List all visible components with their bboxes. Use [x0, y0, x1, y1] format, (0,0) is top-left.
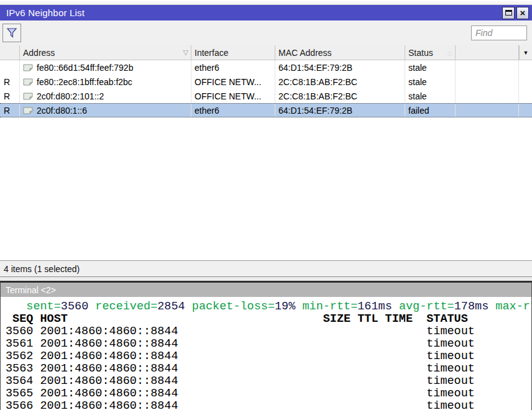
column-header-flags[interactable]: [0, 45, 20, 60]
column-header-mac-address[interactable]: MAC Address: [275, 45, 405, 60]
row-interface: OFFICE NETW...: [191, 75, 275, 89]
terminal-ping-row: 3564 2001:4860:4860::8844 timeout: [6, 375, 531, 388]
row-address: 2c0f:d80:2:101::2: [20, 89, 191, 103]
row-mac-address: 64:D1:54:EF:79:2B: [275, 104, 405, 117]
item-count: 4 items (1 selected): [4, 264, 80, 274]
terminal-window: Terminal <2> sent=3560 received=2854 pac…: [0, 281, 532, 410]
sort-asc-icon: △: [447, 48, 452, 57]
window-divider: [0, 276, 532, 281]
row-flag: R: [0, 104, 20, 117]
column-header-interface[interactable]: Interface: [191, 45, 275, 60]
terminal-output[interactable]: sent=3560 received=2854 packet-loss=19% …: [1, 297, 531, 410]
table-row[interactable]: Rfe80::2ec8:1bff:feab:f2bcOFFICE NETW...…: [0, 75, 532, 89]
filter-button[interactable]: [2, 24, 21, 42]
screen: IPv6 Neighbor List × Address: [0, 0, 532, 410]
row-flag: R: [0, 75, 20, 89]
row-status: failed: [405, 104, 456, 117]
row-mac-address: 2C:C8:1B:AB:F2:BC: [275, 89, 405, 103]
terminal-stats-line: sent=3560 received=2854 packet-loss=19% …: [6, 301, 531, 313]
terminal-ping-row: 3563 2001:4860:4860::8844 timeout: [6, 363, 531, 375]
row-status: stale: [405, 75, 456, 89]
close-icon: ×: [520, 8, 526, 17]
column-header-status[interactable]: Status △: [405, 45, 456, 60]
column-header-empty: [456, 45, 519, 60]
table-row[interactable]: fe80::66d1:54ff:feef:792bether664:D1:54:…: [0, 60, 532, 75]
close-button[interactable]: ×: [516, 7, 529, 19]
table-header: Address ▽ Interface MAC Address Status △…: [0, 45, 532, 60]
ipv6-neighbor-list-window: IPv6 Neighbor List × Address: [0, 5, 532, 276]
row-address: fe80::66d1:54ff:feef:792b: [20, 60, 191, 75]
row-interface: ether6: [191, 104, 275, 117]
column-select-button[interactable]: ▼: [519, 45, 532, 60]
window-title: IPv6 Neighbor List: [6, 7, 85, 18]
terminal-ping-row: 3565 2001:4860:4860::8844 timeout: [6, 388, 531, 400]
toolbar: [0, 20, 532, 45]
terminal-titlebar[interactable]: Terminal <2>: [1, 283, 531, 297]
maximize-button[interactable]: [502, 7, 515, 19]
row-flag: [0, 60, 20, 75]
terminal-rows: 3560 2001:4860:4860::8844 timeout3561 20…: [6, 326, 531, 410]
maximize-icon: [505, 10, 512, 16]
window-titlebar[interactable]: IPv6 Neighbor List ×: [0, 5, 532, 20]
window-controls: ×: [502, 7, 529, 19]
row-mac-address: 2C:C8:1B:AB:F2:BC: [275, 75, 405, 89]
row-flag: R: [0, 89, 20, 103]
row-interface: ether6: [191, 60, 275, 75]
filter-funnel-icon: [6, 27, 18, 39]
entry-icon: [23, 78, 33, 86]
row-status: stale: [405, 60, 456, 75]
terminal-ping-row: 3566 2001:4860:4860::8844 timeout: [6, 400, 531, 410]
background-window-edge: [0, 0, 532, 5]
table-body: fe80::66d1:54ff:feef:792bether664:D1:54:…: [0, 60, 532, 260]
terminal-header-line: SEQ HOST SIZE TTL TIME STATUS: [6, 313, 531, 326]
entry-icon: [23, 93, 33, 100]
entry-icon: [23, 107, 33, 114]
terminal-ping-row: 3560 2001:4860:4860::8844 timeout: [6, 326, 531, 338]
terminal-ping-row: 3561 2001:4860:4860::8844 timeout: [6, 338, 531, 350]
table-row[interactable]: R2c0f:d80:2:101::2OFFICE NETW...2C:C8:1B…: [0, 89, 532, 103]
row-status: stale: [405, 89, 456, 103]
column-header-address[interactable]: Address ▽: [20, 45, 191, 60]
row-address: fe80::2ec8:1bff:feab:f2bc: [20, 75, 191, 89]
table-row[interactable]: R2c0f:d80:1::6ether664:D1:54:EF:79:2Bfai…: [0, 103, 532, 117]
status-bar: 4 items (1 selected): [0, 260, 532, 276]
entry-icon: [23, 64, 33, 71]
row-mac-address: 64:D1:54:EF:79:2B: [275, 60, 405, 75]
terminal-title: Terminal <2>: [6, 285, 56, 295]
find-input[interactable]: [471, 25, 527, 40]
row-address: 2c0f:d80:1::6: [20, 104, 191, 117]
sort-desc-icon: ▽: [183, 48, 188, 57]
row-interface: OFFICE NETW...: [191, 89, 275, 103]
terminal-ping-row: 3562 2001:4860:4860::8844 timeout: [6, 350, 531, 363]
